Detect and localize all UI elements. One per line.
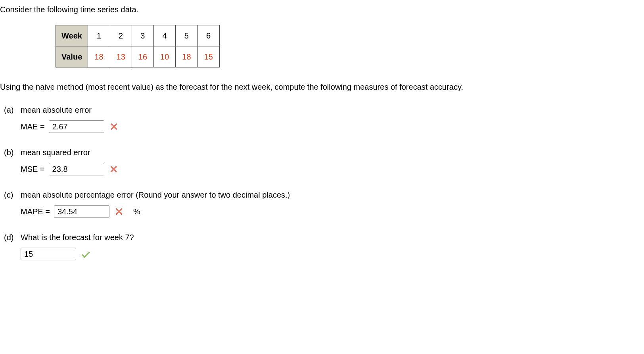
- question-c: (c) mean absolute percentage error (Roun…: [0, 189, 644, 218]
- value-cell: 10: [154, 46, 176, 67]
- question-label-c: (c): [4, 189, 21, 200]
- week-cell: 6: [197, 25, 219, 46]
- value-cell: 16: [132, 46, 153, 67]
- value-cell: 18: [88, 46, 110, 67]
- value-cell: 15: [197, 46, 219, 67]
- value-label-cell: Value: [56, 46, 88, 67]
- answer-input-forecast[interactable]: [21, 248, 76, 260]
- answer-prefix-a: MAE =: [21, 121, 45, 132]
- answer-suffix-c: %: [133, 206, 140, 217]
- week-cell: 4: [154, 25, 176, 46]
- question-title-a: mean absolute error: [21, 104, 644, 115]
- week-cell: 3: [132, 25, 153, 46]
- table-row: Value 18 13 16 10 18 15: [56, 46, 220, 67]
- question-label-d: (d): [4, 232, 21, 243]
- table-row: Week 1 2 3 4 5 6: [56, 25, 220, 46]
- question-label-a: (a): [4, 104, 21, 115]
- week-cell: 2: [110, 25, 132, 46]
- check-icon: [81, 249, 90, 259]
- value-cell: 13: [110, 46, 132, 67]
- question-title-c: mean absolute percentage error (Round yo…: [21, 189, 644, 200]
- timeseries-table: Week 1 2 3 4 5 6 Value 18 13 16 10 18 15: [56, 25, 220, 67]
- week-label-cell: Week: [56, 25, 88, 46]
- instruction-text: Using the naive method (most recent valu…: [0, 81, 644, 92]
- answer-input-mse[interactable]: [49, 163, 104, 175]
- week-cell: 1: [88, 25, 110, 46]
- question-label-b: (b): [4, 147, 21, 158]
- intro-text: Consider the following time series data.: [0, 4, 644, 15]
- value-cell: 18: [176, 46, 197, 67]
- answer-prefix-b: MSE =: [21, 164, 45, 175]
- answer-prefix-c: MAPE =: [21, 206, 50, 217]
- question-b: (b) mean squared error MSE =: [0, 147, 644, 175]
- question-title-b: mean squared error: [21, 147, 644, 158]
- cross-icon: [109, 122, 119, 131]
- question-d: (d) What is the forecast for week 7?: [0, 232, 644, 260]
- answer-input-mape[interactable]: [54, 205, 109, 218]
- question-a: (a) mean absolute error MAE =: [0, 104, 644, 133]
- cross-icon: [114, 207, 124, 216]
- answer-input-mae[interactable]: [49, 120, 104, 133]
- cross-icon: [109, 164, 119, 174]
- week-cell: 5: [176, 25, 197, 46]
- question-title-d: What is the forecast for week 7?: [21, 232, 644, 243]
